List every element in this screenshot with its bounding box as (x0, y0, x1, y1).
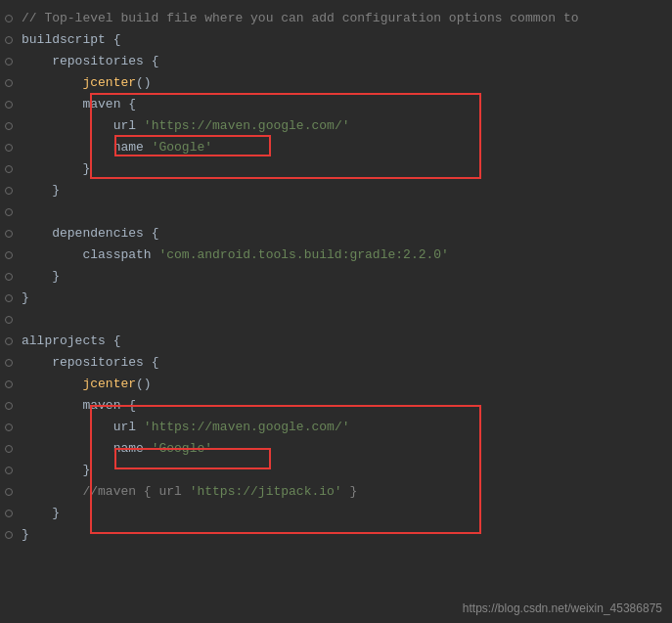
token: } (22, 527, 29, 542)
gutter-marker (0, 402, 18, 410)
token: { (152, 54, 159, 68)
code-line: } (0, 460, 672, 481)
line-content: } (18, 503, 60, 524)
gutter-marker (0, 380, 18, 388)
gutter-marker (0, 144, 18, 152)
code-line: } (0, 180, 672, 201)
code-line: // Top-level build file where you can ad… (0, 8, 672, 29)
token: //maven { url (82, 484, 189, 499)
token: { (128, 97, 136, 111)
token: } (82, 463, 90, 477)
line-content: name 'Google' (18, 438, 212, 460)
gutter-marker (0, 423, 18, 431)
line-content: jcenter() (18, 72, 152, 94)
line-content: } (18, 524, 29, 546)
code-line: repositories { (0, 51, 672, 72)
code-line: dependencies { (0, 223, 672, 245)
gutter-marker (0, 208, 18, 216)
line-content: } (18, 180, 60, 201)
gutter-marker (0, 467, 18, 474)
token: maven (82, 97, 128, 111)
token: 'Google' (152, 140, 212, 155)
token: jcenter (82, 377, 136, 391)
gutter-marker (0, 273, 18, 281)
token: classpath (82, 247, 158, 262)
token: 'Google' (152, 441, 212, 456)
code-line: url 'https://maven.google.com/' (0, 115, 672, 137)
line-content: allprojects { (18, 331, 120, 352)
code-line: } (0, 503, 672, 524)
token: buildscript (22, 32, 113, 47)
gutter-marker (0, 531, 18, 539)
gutter-marker (0, 58, 18, 66)
gutter-marker (0, 337, 18, 345)
token: } (22, 290, 29, 305)
token: jcenter (82, 75, 136, 90)
token: allprojects (22, 334, 113, 348)
gutter-marker (0, 445, 18, 453)
token: 'https://maven.google.com/' (144, 420, 350, 434)
line-content: repositories { (18, 352, 158, 374)
token: { (152, 226, 159, 241)
gutter-marker (0, 359, 18, 367)
line-content: } (18, 288, 29, 309)
code-line (0, 309, 672, 331)
line-content: } (18, 460, 90, 481)
token: url (113, 118, 144, 133)
token: } (342, 484, 358, 499)
line-content: buildscript { (18, 29, 120, 51)
code-line: url 'https://maven.google.com/' (0, 417, 672, 438)
line-content: } (18, 266, 60, 288)
line-content: url 'https://maven.google.com/' (18, 417, 349, 438)
code-line: classpath 'com.android.tools.build:gradl… (0, 245, 672, 266)
token: () (136, 377, 152, 391)
code-line: jcenter() (0, 72, 672, 94)
token: } (52, 269, 60, 284)
watermark: https://blog.csdn.net/weixin_45386875 (463, 601, 662, 615)
code-line (0, 201, 672, 223)
token: dependencies (52, 226, 151, 241)
token: () (136, 75, 152, 90)
line-content: name 'Google' (18, 137, 212, 158)
gutter-marker (0, 316, 18, 324)
code-line: name 'Google' (0, 438, 672, 460)
code-line: buildscript { (0, 29, 672, 51)
token: } (52, 183, 60, 198)
token: { (113, 334, 121, 348)
line-content: dependencies { (18, 223, 158, 245)
line-content: repositories { (18, 51, 158, 72)
code-line: repositories { (0, 352, 672, 374)
code-line: } (0, 266, 672, 288)
token: { (113, 32, 121, 47)
code-line: name 'Google' (0, 137, 672, 158)
gutter-marker (0, 101, 18, 109)
gutter-marker (0, 36, 18, 44)
token: { (128, 398, 136, 413)
code-line: jcenter() (0, 374, 672, 395)
code-line: maven { (0, 94, 672, 115)
token: name (113, 140, 152, 155)
code-line: } (0, 158, 672, 180)
line-content: classpath 'com.android.tools.build:gradl… (18, 245, 449, 266)
token: url (113, 420, 144, 434)
token: repositories (52, 355, 151, 370)
line-content: maven { (18, 395, 136, 417)
gutter-marker (0, 79, 18, 87)
line-content: jcenter() (18, 374, 152, 395)
code-editor: // Top-level build file where you can ad… (0, 0, 672, 554)
token: repositories (52, 54, 151, 68)
code-line: } (0, 524, 672, 546)
token: 'https://jitpack.io' (190, 484, 342, 499)
gutter-marker (0, 165, 18, 173)
gutter-marker (0, 187, 18, 195)
gutter-marker (0, 488, 18, 496)
gutter-marker (0, 251, 18, 259)
gutter-marker (0, 122, 18, 130)
code-line: maven { (0, 395, 672, 417)
token: { (152, 355, 159, 370)
token: maven (82, 398, 128, 413)
code-line: } (0, 288, 672, 309)
line-content: // Top-level build file where you can ad… (18, 8, 579, 29)
code-line: allprojects { (0, 331, 672, 352)
token: name (113, 441, 152, 456)
